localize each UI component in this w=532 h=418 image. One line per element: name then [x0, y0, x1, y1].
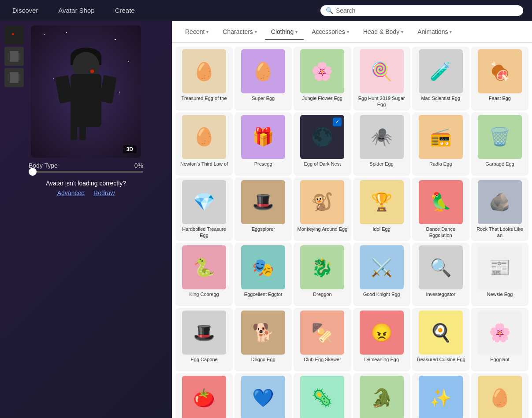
- item-image: 🌸: [478, 311, 522, 355]
- item-card[interactable]: 🌑✓Egg of Dark Nest: [294, 112, 351, 176]
- item-card[interactable]: 🥚Treasured Egg of: [471, 373, 528, 418]
- item-image: 🏆: [360, 180, 404, 224]
- item-image: ✨: [419, 376, 463, 418]
- search-input[interactable]: [336, 7, 518, 14]
- tab-accessories-label: Accessories: [312, 28, 345, 35]
- chevron-characters-icon: ▾: [255, 30, 257, 34]
- item-card[interactable]: 🔍Investeggator: [412, 243, 469, 306]
- tab-clothing[interactable]: Clothing ▾: [265, 25, 304, 40]
- item-image: 🐉: [300, 245, 344, 289]
- slider-thumb[interactable]: [29, 168, 37, 176]
- tab-clothing-label: Clothing: [271, 28, 294, 35]
- item-card[interactable]: 🍭Egg Hunt 2019 Sugar Egg: [353, 47, 410, 111]
- item-name: Good Knight Egg: [363, 291, 400, 303]
- item-name: Eggplant: [490, 356, 509, 369]
- tab-characters-label: Characters: [223, 28, 253, 35]
- item-card[interactable]: ✨Egg of Wishes: [412, 373, 469, 418]
- advanced-link[interactable]: Advanced: [57, 189, 85, 196]
- item-name: Super Egg: [252, 95, 275, 107]
- item-card[interactable]: 💎Hardboiled Treasure Egg: [175, 178, 233, 241]
- thumbnail-item-2[interactable]: [4, 68, 24, 87]
- item-card[interactable]: 🌸Eggplant: [471, 308, 528, 371]
- thumbnail-avatar[interactable]: [4, 26, 24, 45]
- svg-rect-3: [10, 72, 19, 83]
- item-image: 🍳: [419, 311, 463, 355]
- items-grid: 🥚Treasured Egg of the🥚Super Egg🌸Jungle F…: [175, 47, 528, 418]
- redraw-link[interactable]: Redraw: [93, 189, 115, 196]
- item-card[interactable]: 🦜Dance Dance Eggolution: [412, 178, 469, 241]
- item-image: 🌸: [300, 49, 344, 93]
- item-image: ⚔️: [360, 245, 404, 289]
- item-card[interactable]: 🎩Egg Capone: [175, 308, 233, 371]
- item-card[interactable]: 🐒Monkeying Around Egg: [294, 178, 351, 241]
- item-name: Doggo Egg: [251, 356, 275, 369]
- item-image: 🥚: [478, 376, 522, 418]
- item-card[interactable]: 🐍King Cobregg: [175, 243, 233, 306]
- item-card[interactable]: 🌸Jungle Flower Egg: [294, 47, 351, 111]
- item-name: Treasured Egg of the: [182, 95, 227, 107]
- check-badge: ✓: [333, 118, 342, 126]
- body-type-slider[interactable]: [29, 171, 143, 173]
- item-card[interactable]: 🦠Eggfection: [294, 373, 351, 418]
- avatar-display: 3D: [31, 26, 141, 158]
- category-tabs: Recent ▾ Characters ▾ Clothing ▾ Accesso…: [172, 21, 532, 43]
- nav-discover[interactable]: Discover: [9, 5, 41, 16]
- item-card[interactable]: 🕷️Spider Egg: [353, 112, 410, 176]
- nav-create[interactable]: Create: [112, 5, 138, 16]
- item-image: 💙: [241, 376, 285, 418]
- item-card[interactable]: 🗑️Garbagé Egg: [471, 112, 528, 176]
- item-card[interactable]: 🎩Eggsplorer: [234, 178, 292, 241]
- item-name: Idol Egg: [372, 226, 390, 238]
- item-card[interactable]: 🥚Super Egg: [234, 47, 292, 111]
- item-card[interactable]: 🧪Mad Scientist Egg: [412, 47, 469, 111]
- item-card[interactable]: 🐕Doggo Egg: [234, 308, 292, 371]
- item-image: 🍅: [182, 376, 226, 418]
- tab-recent-label: Recent: [185, 28, 205, 35]
- item-card[interactable]: ⚔️Good Knight Egg: [353, 243, 410, 306]
- tab-head-body-label: Head & Body: [363, 28, 400, 35]
- nav-avatar-shop[interactable]: Avatar Shop: [55, 5, 98, 16]
- item-card[interactable]: 🥚Newton's Third Law of: [175, 112, 233, 176]
- item-name: Radio Egg: [429, 161, 452, 173]
- item-image: 🐒: [300, 180, 344, 224]
- tab-animations-label: Animations: [417, 28, 448, 35]
- item-card[interactable]: 🐊Alleggator: [353, 373, 410, 418]
- item-card[interactable]: 🎁Presegg: [234, 112, 292, 176]
- item-card[interactable]: 🐉Dreggon: [294, 243, 351, 306]
- item-card[interactable]: 🍢Club Egg Skewer: [294, 308, 351, 371]
- item-card[interactable]: 🍳Treasured Cuisine Egg: [412, 308, 469, 371]
- item-card[interactable]: 🍅Eggchup: [175, 373, 233, 418]
- item-image: 😠: [360, 311, 404, 355]
- item-card[interactable]: 😠Demeaning Egg: [353, 308, 410, 371]
- item-card[interactable]: 🪨Rock That Looks Like an: [471, 178, 528, 241]
- item-name: Egg Hunt 2019 Sugar Egg: [356, 95, 408, 108]
- tab-characters[interactable]: Characters ▾: [216, 25, 263, 39]
- tab-animations[interactable]: Animations ▾: [411, 25, 458, 39]
- item-card[interactable]: 💙Sugar Crystal Egg: [234, 373, 292, 418]
- item-card[interactable]: 🏆Idol Egg: [353, 178, 410, 241]
- chevron-animations-icon: ▾: [450, 30, 452, 34]
- items-scroll[interactable]: 🥚Treasured Egg of the🥚Super Egg🌸Jungle F…: [172, 43, 532, 418]
- item-card[interactable]: 🎭Eggcellent Eggtor: [234, 243, 292, 306]
- item-image: 🍖: [478, 49, 522, 93]
- item-image: 🍢: [300, 311, 344, 355]
- item-name: Presegg: [254, 161, 272, 173]
- error-message: Avatar isn't loading correctly?: [46, 180, 126, 187]
- item-name: Mad Scientist Egg: [421, 95, 460, 107]
- thumbnail-item-1[interactable]: [4, 47, 24, 66]
- item-card[interactable]: 🥚Treasured Egg of the: [175, 47, 233, 111]
- item-name: Jungle Flower Egg: [302, 95, 342, 107]
- item-card[interactable]: 🍖Feast Egg: [471, 47, 528, 111]
- item-name: Feast Egg: [489, 95, 511, 107]
- item-card[interactable]: 📰Newsie Egg: [471, 243, 528, 306]
- item-card[interactable]: 📻Radio Egg: [412, 112, 469, 176]
- tab-accessories[interactable]: Accessories ▾: [305, 25, 355, 39]
- tab-recent[interactable]: Recent ▾: [179, 25, 215, 39]
- svg-rect-1: [10, 51, 19, 62]
- item-name: Eggsplorer: [252, 226, 275, 238]
- body-type-pct: 0%: [134, 162, 143, 169]
- left-panel: 3D Body Type 0% Avatar isn't loading cor…: [0, 21, 172, 418]
- tab-head-body[interactable]: Head & Body ▾: [357, 25, 410, 39]
- item-name: Newton's Third Law of: [180, 161, 228, 173]
- thumbnail-column: [4, 26, 24, 87]
